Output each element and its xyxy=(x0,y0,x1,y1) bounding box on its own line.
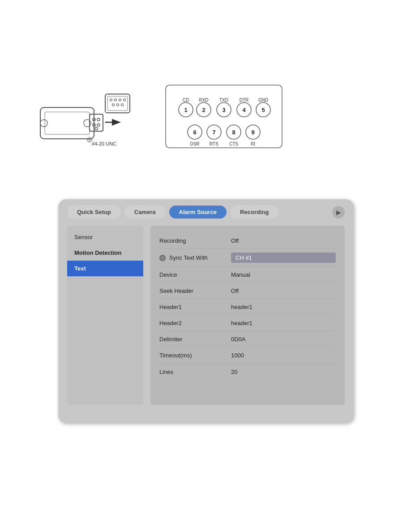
svg-text:3: 3 xyxy=(222,107,225,113)
left-menu: Sensor Motion Detection Text xyxy=(67,226,143,405)
value-timeout: 1000 xyxy=(231,352,336,359)
settings-row-lines: Lines 20 xyxy=(159,364,336,380)
svg-point-17 xyxy=(112,104,115,106)
connector-svg: #4-20 UNC xyxy=(36,81,134,152)
svg-text:1: 1 xyxy=(184,107,187,113)
svg-text:9: 9 xyxy=(251,129,254,136)
label-device: Device xyxy=(159,271,231,278)
svg-text:6: 6 xyxy=(193,129,196,136)
tab-camera[interactable]: Camera xyxy=(124,206,166,219)
svg-text:RXD: RXD xyxy=(199,98,208,103)
svg-text:4: 4 xyxy=(242,107,246,113)
settings-row-sync-text: Sync Text With CH #1 xyxy=(159,249,336,267)
settings-row-delimiter: Delimiter 0D0A xyxy=(159,331,336,348)
value-device: Manual xyxy=(231,271,336,278)
tab-recording[interactable]: Recording xyxy=(230,206,278,219)
svg-text:RI: RI xyxy=(251,142,255,146)
svg-point-18 xyxy=(117,104,119,106)
svg-rect-2 xyxy=(90,114,103,131)
label-delimiter: Delimiter xyxy=(159,336,231,343)
svg-text:DSR: DSR xyxy=(190,142,199,146)
svg-point-6 xyxy=(97,124,100,126)
svg-text:GND: GND xyxy=(258,98,268,103)
value-lines: 20 xyxy=(231,369,336,375)
value-delimiter: 0D0A xyxy=(231,336,336,343)
svg-text:#4-20 UNC: #4-20 UNC xyxy=(92,141,116,146)
label-seek-header: Seek Header xyxy=(159,287,231,294)
label-lines: Lines xyxy=(159,369,231,375)
svg-point-9 xyxy=(40,120,47,127)
radio-sync-text[interactable] xyxy=(159,255,166,261)
menu-item-sensor[interactable]: Sensor xyxy=(67,229,143,245)
settings-row-seek-header: Seek Header Off xyxy=(159,283,336,299)
label-timeout: Timeout(ms) xyxy=(159,352,231,359)
svg-point-14 xyxy=(115,99,117,101)
value-header2: header1 xyxy=(231,320,336,326)
settings-row-header1: Header1 header1 xyxy=(159,299,336,315)
main-panel: Quick Setup Camera Alarm Source Recordin… xyxy=(58,199,354,423)
label-header1: Header1 xyxy=(159,304,231,310)
svg-text:2: 2 xyxy=(202,107,205,113)
db9-svg: 1 CD 2 RXD 3 TXD 4 DTR 5 GND 6 DSR xyxy=(161,81,287,152)
settings-row-timeout: Timeout(ms) 1000 xyxy=(159,348,336,364)
value-seek-header: Off xyxy=(231,287,336,294)
svg-text:7: 7 xyxy=(212,129,215,136)
settings-panel: Recording Off Sync Text With CH #1 Devic… xyxy=(150,226,345,405)
svg-point-15 xyxy=(119,99,121,101)
tab-alarm-source[interactable]: Alarm Source xyxy=(169,206,227,219)
svg-text:8: 8 xyxy=(232,129,235,136)
svg-text:CD: CD xyxy=(183,98,189,103)
svg-text:TXD: TXD xyxy=(219,98,228,103)
content-area: Sensor Motion Detection Text Recording O… xyxy=(67,226,345,405)
value-recording: Off xyxy=(231,237,336,244)
settings-row-recording: Recording Off xyxy=(159,233,336,249)
svg-point-16 xyxy=(124,99,126,101)
menu-item-text[interactable]: Text xyxy=(67,261,143,276)
label-recording: Recording xyxy=(159,237,231,244)
tab-bar: Quick Setup Camera Alarm Source Recordin… xyxy=(58,199,354,219)
svg-point-7 xyxy=(95,127,98,130)
svg-text:DTR: DTR xyxy=(240,98,249,103)
svg-text:5: 5 xyxy=(261,107,265,113)
diagram-area: #4-20 UNC 1 CD 2 RXD 3 TXD 4 xyxy=(36,67,349,166)
db9-pin-diagram: 1 CD 2 RXD 3 TXD 4 DTR 5 GND 6 DSR xyxy=(161,81,287,152)
settings-row-header2: Header2 header1 xyxy=(159,315,336,331)
label-header2: Header2 xyxy=(159,320,231,326)
svg-point-4 xyxy=(97,118,100,121)
connector-diagram: #4-20 UNC xyxy=(36,81,134,152)
svg-text:RTS: RTS xyxy=(210,142,218,146)
settings-row-device: Device Manual xyxy=(159,267,336,283)
svg-rect-1 xyxy=(45,112,90,134)
menu-item-motion-detection[interactable]: Motion Detection xyxy=(67,245,143,261)
label-sync-text: Sync Text With xyxy=(159,254,231,261)
value-header1: header1 xyxy=(231,304,336,310)
tab-arrow[interactable]: ▶ xyxy=(332,206,345,219)
tab-quick-setup[interactable]: Quick Setup xyxy=(67,206,121,219)
svg-text:CTS: CTS xyxy=(229,142,238,146)
svg-point-13 xyxy=(110,99,112,101)
value-sync-text[interactable]: CH #1 xyxy=(231,253,336,263)
svg-point-19 xyxy=(121,104,124,106)
